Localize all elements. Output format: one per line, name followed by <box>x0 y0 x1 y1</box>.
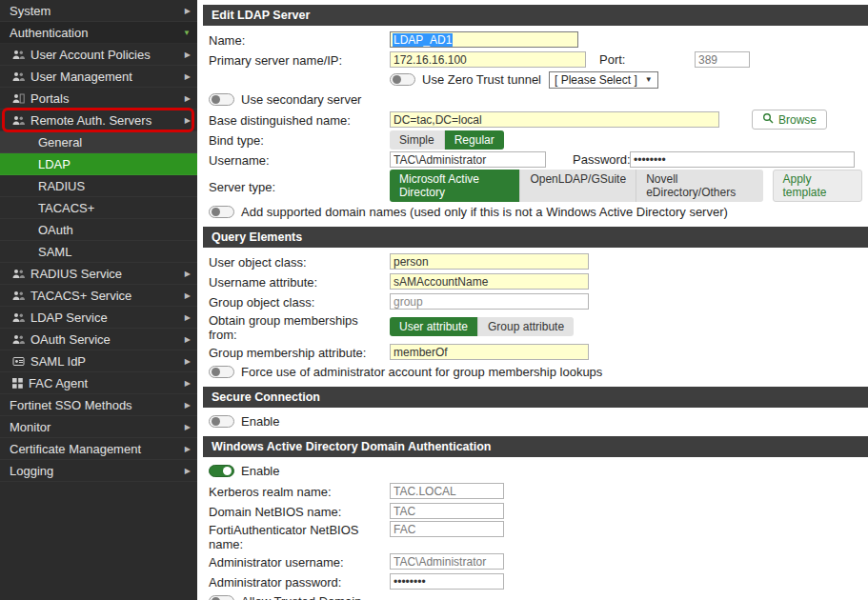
user-object-class-input[interactable] <box>390 253 589 270</box>
grid-icon <box>12 378 23 389</box>
fac-netbios-input[interactable] <box>390 521 504 537</box>
sidebar-item-label: TACACS+ <box>38 201 94 215</box>
apply-template-button[interactable]: Apply template <box>773 170 862 202</box>
sidebar-item-saml-idp[interactable]: SAML IdP ▶ <box>0 350 197 372</box>
sidebar-item-system[interactable]: System ▶ <box>0 0 197 22</box>
sidebar-item-label: System <box>10 4 50 18</box>
group-object-class-input[interactable] <box>390 293 589 310</box>
chevron-right-icon: ▶ <box>185 445 191 453</box>
users-icon <box>12 71 25 82</box>
server-type-label: Server type: <box>209 178 390 194</box>
admin-username-input[interactable] <box>390 553 504 570</box>
sidebar-item-label: Logging <box>10 464 53 478</box>
allow-trusted-row: Allow Trusted Domain <box>209 591 862 600</box>
secondary-server-toggle[interactable] <box>209 93 234 106</box>
domain-netbios-input[interactable] <box>390 503 504 519</box>
apply-template-label: Apply template <box>783 172 852 199</box>
sidebar-item-oauth[interactable]: OAuth <box>0 219 197 241</box>
kerberos-realm-input[interactable] <box>390 483 504 499</box>
sidebar-item-label: Remote Auth. Servers <box>30 113 151 128</box>
sidebar-item-fortinet-sso-methods[interactable]: Fortinet SSO Methods ▶ <box>0 394 197 416</box>
sidebar-item-oauth-service[interactable]: OAuth Service ▶ <box>0 329 197 350</box>
winad-form: Enable Kerberos realm name: Domain NetBI… <box>203 457 868 600</box>
sidebar-item-label: Fortinet SSO Methods <box>10 398 132 412</box>
sidebar-item-label: OAuth Service <box>30 332 111 347</box>
main-panel: Edit LDAP Server Name: LDAP_AD1 Primary … <box>203 5 868 600</box>
allow-trusted-toggle[interactable] <box>209 595 234 600</box>
users-icon <box>12 269 25 279</box>
sidebar-item-portals[interactable]: Portals ▶ <box>0 88 197 110</box>
sidebar-item-remote-auth-servers[interactable]: Remote Auth. Servers ▶ <box>0 110 197 131</box>
sidebar-item-tacacs-service[interactable]: TACACS+ Service ▶ <box>0 285 197 307</box>
sidebar-item-label: Certificate Management <box>10 442 141 456</box>
chevron-right-icon: ▶ <box>185 357 191 366</box>
base-dn-input[interactable] <box>390 111 719 128</box>
sidebar-item-general[interactable]: General <box>0 131 197 153</box>
sidebar-item-authentication[interactable]: Authentication ▼ <box>0 22 197 44</box>
bind-type-label: Bind type: <box>209 131 390 148</box>
force-admin-row: Force use of administrator account for g… <box>209 362 862 382</box>
username-input[interactable] <box>390 151 546 168</box>
obtain-memberships-row: Obtain group memberships from: User attr… <box>209 311 862 342</box>
sidebar-item-radius[interactable]: RADIUS <box>0 175 197 197</box>
sidebar-item-label: Authentication <box>10 26 88 40</box>
winad-enable-label: Enable <box>241 464 279 478</box>
zero-trust-toggle[interactable] <box>390 73 415 86</box>
bind-type-regular-option[interactable]: Regular <box>445 130 504 150</box>
obtain-group-attribute-option[interactable]: Group attribute <box>478 317 574 336</box>
admin-password-input[interactable] <box>390 573 504 590</box>
winad-header: Windows Active Directory Domain Authenti… <box>203 436 868 457</box>
name-row: Name: LDAP_AD1 <box>209 30 862 50</box>
users-icon <box>12 312 25 323</box>
sidebar-item-certificate-management[interactable]: Certificate Management ▶ <box>0 438 197 460</box>
server-type-msad-option[interactable]: Microsoft Active Directory <box>390 170 520 202</box>
group-membership-attr-label: Group membership attribute: <box>209 344 390 360</box>
sidebar-item-radius-service[interactable]: RADIUS Service ▶ <box>0 263 197 285</box>
chevron-right-icon: ▶ <box>185 94 191 103</box>
obtain-user-attribute-option[interactable]: User attribute <box>390 317 478 336</box>
winad-enable-toggle[interactable] <box>209 465 234 477</box>
group-object-class-label: Group object class: <box>209 293 390 310</box>
sidebar-item-logging[interactable]: Logging ▶ <box>0 460 197 482</box>
port-input[interactable] <box>695 51 750 68</box>
chevron-right-icon: ▶ <box>185 291 191 300</box>
sidebar-item-label: LDAP Service <box>30 310 108 325</box>
username-attribute-input[interactable] <box>390 273 589 290</box>
primary-server-input[interactable] <box>390 51 586 68</box>
server-type-openldap-option[interactable]: OpenLDAP/GSuite <box>520 170 636 202</box>
sidebar-item-tacacs[interactable]: TACACS+ <box>0 197 197 219</box>
chevron-right-icon: ▶ <box>185 401 191 410</box>
sidebar-item-ldap-service[interactable]: LDAP Service ▶ <box>0 307 197 329</box>
sidebar-item-fac-agent[interactable]: FAC Agent ▶ <box>0 372 197 394</box>
secure-enable-toggle[interactable] <box>209 415 234 428</box>
sidebar-item-ldap-active[interactable]: LDAP <box>0 153 197 175</box>
server-type-novell-option[interactable]: Novell eDirectory/Others <box>636 170 762 202</box>
group-membership-attr-row: Group membership attribute: <box>209 342 862 362</box>
zero-trust-select[interactable]: [ Please Select ] ▼ <box>549 71 658 89</box>
password-input[interactable] <box>630 151 855 168</box>
add-domains-row: Add supported domain names (used only if… <box>209 202 862 222</box>
sidebar-item-label: RADIUS Service <box>30 267 122 281</box>
secure-enable-row: Enable <box>209 411 862 431</box>
chevron-right-icon: ▶ <box>185 116 191 125</box>
username-attribute-row: Username attribute: <box>209 271 862 291</box>
chevron-right-icon: ▶ <box>185 313 191 322</box>
sidebar-item-label: User Account Policies <box>30 48 151 62</box>
section-title: Secure Connection <box>212 390 320 404</box>
browse-button[interactable]: Browse <box>752 110 827 130</box>
add-domains-toggle[interactable] <box>209 206 234 218</box>
sidebar-item-label: OAuth <box>38 223 73 237</box>
name-label: Name: <box>209 31 390 48</box>
chevron-right-icon: ▶ <box>185 423 191 431</box>
bind-type-simple-option[interactable]: Simple <box>390 130 445 150</box>
primary-server-row: Primary server name/IP: Port: <box>209 50 862 70</box>
sidebar-item-monitor[interactable]: Monitor ▶ <box>0 416 197 438</box>
sidebar-item-user-account-policies[interactable]: User Account Policies ▶ <box>0 44 197 66</box>
page-title: Edit LDAP Server <box>212 9 310 22</box>
name-input[interactable]: LDAP_AD1 <box>390 31 578 48</box>
sidebar-item-user-management[interactable]: User Management ▶ <box>0 66 197 88</box>
sidebar-item-saml[interactable]: SAML <box>0 241 197 263</box>
fac-netbios-label: FortiAuthenticator NetBIOS name: <box>209 521 390 551</box>
group-membership-attr-input[interactable] <box>390 344 589 360</box>
force-admin-toggle[interactable] <box>209 366 234 378</box>
